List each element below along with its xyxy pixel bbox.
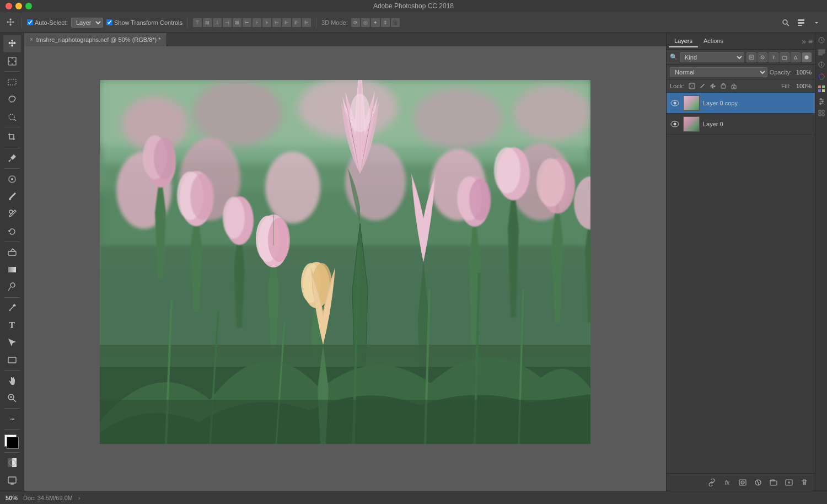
eraser-tool[interactable] bbox=[3, 244, 21, 261]
layer-fx-btn[interactable]: fx bbox=[721, 476, 733, 489]
color-swatches[interactable] bbox=[3, 433, 21, 451]
dodge-tool[interactable] bbox=[3, 278, 21, 296]
layer-link-btn[interactable] bbox=[706, 476, 718, 489]
3d-roll[interactable]: ◎ bbox=[361, 18, 370, 27]
channels-icon[interactable] bbox=[817, 47, 826, 57]
align-top[interactable]: ⊤ bbox=[193, 18, 202, 27]
layer-mask-btn[interactable] bbox=[737, 476, 749, 489]
lock-position-btn[interactable] bbox=[708, 82, 717, 90]
type-tool[interactable]: T bbox=[3, 317, 21, 334]
align-left[interactable]: ⊣ bbox=[223, 18, 232, 27]
adjustments-panel-icon[interactable] bbox=[817, 96, 826, 106]
auto-select-checkbox[interactable]: Auto-Select: bbox=[27, 19, 68, 26]
layer-item-0[interactable]: Layer 0 bbox=[667, 114, 815, 135]
align-horiz-center[interactable]: ⊠ bbox=[233, 18, 241, 27]
layers-menu-icon[interactable]: ≡ bbox=[808, 37, 813, 46]
zoom-tool[interactable] bbox=[3, 390, 21, 407]
lock-transparent-btn[interactable] bbox=[688, 82, 696, 90]
layer-adjustment-btn[interactable] bbox=[752, 476, 764, 489]
expand-icon[interactable] bbox=[810, 17, 823, 29]
filter-smart-icon[interactable] bbox=[791, 52, 801, 62]
brush-tool[interactable] bbox=[3, 188, 21, 205]
dist-top[interactable]: ⊦ bbox=[253, 18, 261, 27]
screen-mode-tool[interactable] bbox=[3, 471, 21, 489]
3d-slide[interactable]: ⇕ bbox=[381, 18, 390, 27]
close-button[interactable] bbox=[6, 3, 12, 9]
path-select-tool[interactable] bbox=[3, 334, 21, 351]
pen-tool[interactable] bbox=[3, 299, 21, 317]
dist-bottom[interactable]: ⊨ bbox=[272, 18, 281, 27]
lasso-tool[interactable] bbox=[3, 91, 21, 108]
marquee-tool[interactable] bbox=[3, 73, 21, 90]
shape-tool[interactable] bbox=[3, 352, 21, 369]
workspace-icon[interactable] bbox=[795, 17, 807, 29]
layer-delete-btn[interactable] bbox=[798, 476, 810, 489]
lock-image-btn[interactable] bbox=[698, 82, 707, 90]
dist-left[interactable]: ⊩ bbox=[282, 18, 291, 27]
toolbar-separator bbox=[22, 17, 22, 28]
dist-right[interactable]: ⊫ bbox=[302, 18, 311, 27]
layer-item-0-copy[interactable]: Layer 0 copy bbox=[667, 93, 815, 114]
filter-pixel-icon[interactable] bbox=[747, 52, 756, 62]
layer-group-btn[interactable] bbox=[767, 476, 780, 489]
align-vert-center[interactable]: ⊞ bbox=[203, 18, 212, 27]
3d-rotate[interactable]: ⟳ bbox=[351, 18, 360, 27]
status-arrow[interactable]: › bbox=[78, 495, 80, 501]
svg-point-120 bbox=[819, 103, 821, 105]
fill-value[interactable]: 100% bbox=[794, 83, 812, 89]
canvas-wrapper[interactable] bbox=[24, 33, 666, 491]
layers-expand-icon[interactable]: » bbox=[799, 37, 808, 46]
svg-rect-80 bbox=[100, 400, 590, 444]
more-tool[interactable]: ··· bbox=[3, 410, 21, 427]
search-icon[interactable] bbox=[780, 17, 792, 29]
3d-camera[interactable]: 🎥 bbox=[391, 18, 400, 27]
svg-rect-111 bbox=[818, 85, 821, 88]
blend-mode-dropdown[interactable]: Normal bbox=[670, 67, 767, 77]
align-bottom[interactable]: ⊥ bbox=[213, 18, 222, 27]
filter-adjustment-icon[interactable] bbox=[758, 52, 767, 62]
artboard-tool[interactable] bbox=[3, 53, 21, 70]
gradient-tool[interactable] bbox=[3, 261, 21, 278]
move-tool[interactable] bbox=[3, 35, 21, 52]
quick-mask-tool[interactable] bbox=[3, 454, 21, 471]
eyedropper-tool[interactable] bbox=[3, 150, 21, 167]
3d-icons: ⟳ ◎ ✦ ⇕ 🎥 bbox=[351, 18, 400, 27]
show-transform-checkbox[interactable]: Show Transform Controls bbox=[106, 19, 182, 26]
opacity-value[interactable]: 100% bbox=[794, 69, 812, 76]
layer-visibility-0-copy[interactable] bbox=[670, 98, 680, 108]
align-right[interactable]: ⊢ bbox=[243, 18, 251, 27]
filter-kind-dropdown[interactable]: Kind bbox=[680, 52, 744, 62]
crop-tool[interactable] bbox=[3, 129, 21, 146]
quick-select-tool[interactable] bbox=[3, 109, 21, 126]
3d-drag[interactable]: ✦ bbox=[371, 18, 380, 27]
dist-center[interactable]: ⊧ bbox=[262, 18, 271, 27]
filter-shape-icon[interactable] bbox=[780, 52, 790, 62]
clone-tool[interactable] bbox=[3, 206, 21, 223]
opacity-label: Opacity: bbox=[770, 69, 792, 76]
history-brush-tool[interactable] bbox=[3, 223, 21, 240]
dist-horiz[interactable]: ⊪ bbox=[292, 18, 301, 27]
tab-layers[interactable]: Layers bbox=[669, 35, 698, 47]
styles-panel-icon[interactable] bbox=[817, 108, 826, 118]
healing-tool[interactable] bbox=[3, 170, 21, 187]
filter-active-toggle[interactable] bbox=[802, 52, 812, 62]
layer-thumb-0 bbox=[683, 116, 700, 132]
auto-select-dropdown[interactable]: Layer bbox=[71, 18, 103, 28]
layer-visibility-0[interactable] bbox=[670, 119, 680, 129]
info-panel-icon[interactable] bbox=[817, 60, 826, 69]
lock-all-btn[interactable] bbox=[729, 82, 738, 90]
filter-text-icon[interactable]: T bbox=[769, 52, 778, 62]
minimize-button[interactable] bbox=[15, 3, 22, 9]
svg-point-52 bbox=[190, 174, 214, 220]
layer-new-btn[interactable] bbox=[783, 476, 795, 489]
tab-actions[interactable]: Actions bbox=[698, 35, 729, 47]
swatches-panel-icon[interactable] bbox=[817, 84, 826, 94]
lock-artboard-btn[interactable] bbox=[719, 82, 728, 90]
hand-tool[interactable] bbox=[3, 372, 21, 389]
color-panel-icon[interactable] bbox=[817, 72, 826, 82]
background-color[interactable] bbox=[7, 437, 19, 449]
toolbar-separator-3 bbox=[316, 17, 316, 28]
maximize-button[interactable] bbox=[25, 3, 32, 9]
history-panel-icon[interactable] bbox=[817, 35, 826, 45]
move-tool-icon[interactable] bbox=[4, 17, 17, 29]
